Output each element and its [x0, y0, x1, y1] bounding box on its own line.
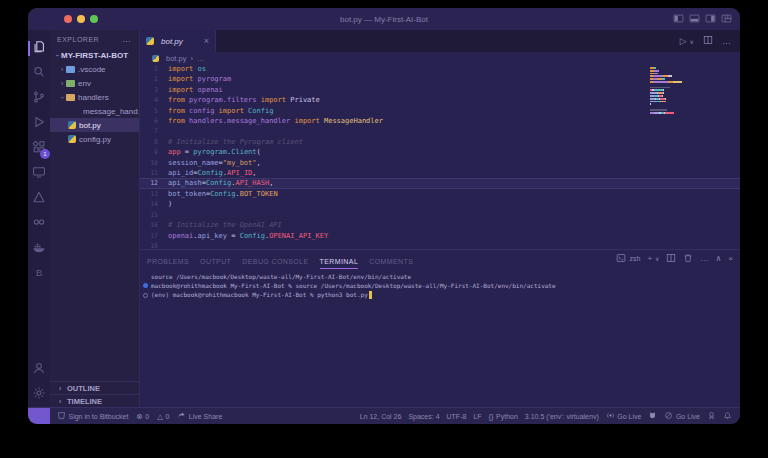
zoom-window-button[interactable] [90, 15, 98, 23]
activity-run-debug[interactable] [28, 111, 50, 136]
line-number[interactable]: 7 [140, 126, 158, 136]
breadcrumb-file[interactable]: bot.py [166, 54, 186, 63]
activity-bitbucket[interactable]: B [28, 261, 50, 286]
breadcrumb[interactable]: bot.py › … [140, 52, 740, 64]
line-number[interactable]: 5 [140, 106, 158, 116]
line-number[interactable]: 3 [140, 85, 158, 95]
status-go-live[interactable]: Go Live [606, 411, 642, 421]
tab-bot-py[interactable]: bot.py × [140, 30, 216, 52]
status-python-interpreter[interactable]: 3.10.5 ('env': virtualenv) [525, 413, 599, 420]
panel-tab-debug-console[interactable]: DEBUG CONSOLE [242, 258, 308, 265]
tree-item-bot-py[interactable]: bot.py [50, 118, 139, 132]
toggle-secondary-sidebar-icon[interactable] [705, 10, 716, 28]
status-errors[interactable]: ⊗0 [136, 412, 149, 421]
editor-more-actions-icon[interactable]: … [722, 36, 731, 46]
line-number[interactable]: 14 [140, 199, 158, 209]
line-number[interactable]: 9 [140, 147, 158, 157]
line-number[interactable]: 18 [140, 241, 158, 249]
tree-item-config-py[interactable]: config.py [50, 132, 139, 146]
status-live-share[interactable]: Live Share [177, 411, 222, 421]
status-bitbucket-signin[interactable]: Sign in to Bitbucket [57, 411, 128, 421]
minimap[interactable] [650, 67, 690, 117]
status-warnings[interactable]: △0 [157, 412, 169, 421]
panel-tab-terminal[interactable]: TERMINAL [320, 258, 359, 265]
line-number[interactable]: 2 [140, 74, 158, 84]
tree-item-message-hand-[interactable]: message_hand... [50, 104, 139, 118]
close-window-button[interactable] [64, 15, 72, 23]
code-line[interactable]: 12api_hash=Config.API_HASH, [140, 178, 740, 188]
activity-accounts[interactable] [28, 357, 50, 382]
tree-item--vscode[interactable]: ›.vscode [50, 62, 139, 76]
line-number[interactable]: 17 [140, 231, 158, 241]
line-number[interactable]: 1 [140, 64, 158, 74]
kill-terminal-icon[interactable] [683, 253, 693, 265]
code-line[interactable]: 16# Initialize the OpenAI API [140, 220, 740, 230]
sidebar-section-timeline[interactable]: ›TIMELINE [50, 394, 139, 407]
status-copilot[interactable] [648, 411, 657, 421]
new-terminal-icon[interactable]: + [647, 254, 652, 263]
terminal-content[interactable]: source /Users/macbook/Desktop/waste-all/… [140, 267, 740, 300]
minimize-window-button[interactable] [77, 15, 85, 23]
status-eol[interactable]: LF [473, 413, 481, 420]
activity-explorer[interactable] [28, 36, 50, 61]
line-number[interactable]: 6 [140, 116, 158, 126]
activity-azure[interactable] [28, 186, 50, 211]
close-tab-icon[interactable]: × [204, 36, 209, 46]
status-go-live-2[interactable]: Go Live [664, 411, 700, 421]
code-line[interactable]: 13bot_token=Config.BOT_TOKEN [140, 189, 740, 199]
terminal-command-decoration-icon[interactable] [143, 283, 148, 288]
line-number[interactable]: 4 [140, 95, 158, 105]
line-number[interactable]: 16 [140, 220, 158, 230]
explorer-more-actions-icon[interactable]: … [122, 34, 132, 44]
line-number[interactable]: 12 [140, 178, 158, 188]
terminal-command-decoration-icon[interactable] [143, 293, 148, 298]
close-panel-icon[interactable]: × [728, 254, 733, 263]
tree-item-handlers[interactable]: ›handlers [50, 90, 139, 104]
status-encoding[interactable]: UTF-8 [447, 413, 467, 420]
activity-search[interactable] [28, 61, 50, 86]
activity-remote-explorer[interactable] [28, 161, 50, 186]
line-number[interactable]: 10 [140, 158, 158, 168]
line-number[interactable]: 15 [140, 210, 158, 220]
toggle-sidebar-icon[interactable] [673, 10, 684, 28]
customize-layout-icon[interactable] [721, 10, 732, 28]
code-line[interactable]: 7 [140, 126, 740, 136]
status-indentation[interactable]: Spaces: 4 [408, 413, 439, 420]
panel-tab-problems[interactable]: PROBLEMS [147, 258, 189, 265]
code-line[interactable]: 17openai.api_key = Config.OPENAI_API_KEY [140, 231, 740, 241]
tree-item-env[interactable]: ›env [50, 76, 139, 90]
activity-infinity[interactable] [28, 211, 50, 236]
code-line[interactable]: 15 [140, 210, 740, 220]
toggle-panel-icon[interactable] [689, 10, 700, 28]
code-editor[interactable]: 1import os2import pyrogram3import openai… [140, 64, 740, 249]
terminal-line[interactable]: (env) macbook@rohithmacbook My-First-AI-… [142, 290, 740, 299]
split-terminal-icon[interactable] [666, 253, 676, 265]
status-cursor-position[interactable]: Ln 12, Col 26 [360, 413, 402, 420]
status-award[interactable] [707, 411, 716, 421]
run-python-file-icon[interactable]: ▷ [680, 36, 687, 46]
maximize-panel-icon[interactable]: ∧ [715, 254, 721, 263]
activity-docker[interactable] [28, 236, 50, 261]
code-line[interactable]: 10session_name="my_bot", [140, 158, 740, 168]
status-notifications[interactable] [723, 411, 732, 421]
code-line[interactable]: 9app = pyrogram.Client( [140, 147, 740, 157]
code-line[interactable]: 14) [140, 199, 740, 209]
sidebar-section-outline[interactable]: ›OUTLINE [50, 381, 139, 394]
run-dropdown-icon[interactable]: ∨ [690, 38, 694, 45]
workspace-root-folder[interactable]: › MY-FIRST-AI-BOT [50, 48, 139, 62]
status-language-mode[interactable]: {}Python [489, 412, 518, 421]
terminal-line[interactable]: source /Users/macbook/Desktop/waste-all/… [142, 272, 740, 281]
line-number[interactable]: 11 [140, 168, 158, 178]
code-line[interactable]: 6from handlers.message_handler import Me… [140, 116, 740, 126]
terminal-dropdown-icon[interactable]: ∨ [655, 255, 659, 262]
line-number[interactable]: 8 [140, 137, 158, 147]
activity-extensions[interactable]: 1 [28, 136, 50, 161]
panel-tab-comments[interactable]: COMMENTS [369, 258, 413, 265]
panel-more-actions-icon[interactable]: … [700, 254, 708, 263]
line-number[interactable]: 13 [140, 189, 158, 199]
panel-tab-output[interactable]: OUTPUT [200, 258, 231, 265]
remote-indicator[interactable] [28, 408, 50, 425]
code-line[interactable]: 18 [140, 241, 740, 249]
split-editor-icon[interactable] [703, 35, 713, 47]
terminal-profile[interactable]: zsh [616, 253, 640, 264]
